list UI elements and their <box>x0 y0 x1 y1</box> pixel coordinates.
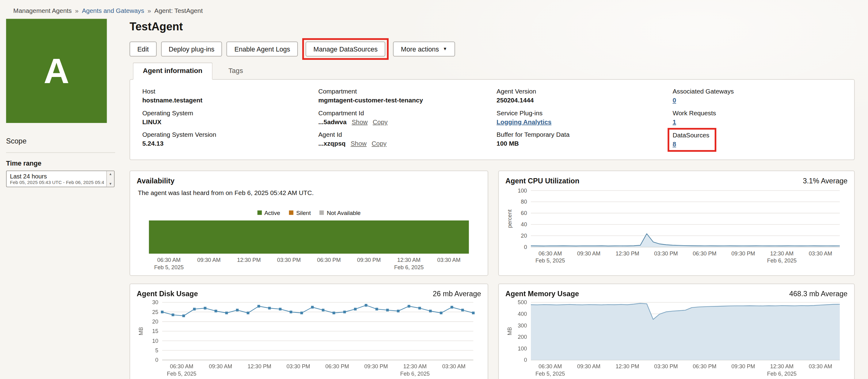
breadcrumb-item-management-agents[interactable]: Management Agents <box>13 7 72 14</box>
layout: A Scope Time range Last 24 hours Feb 05,… <box>0 14 868 379</box>
svg-text:03:30 AM: 03:30 AM <box>809 251 832 257</box>
highlight-box-datasources: DataSources 8 <box>668 128 717 152</box>
show-link[interactable]: Show <box>351 140 367 147</box>
svg-text:Feb 6, 2025: Feb 6, 2025 <box>767 258 797 264</box>
svg-text:09:30 PM: 09:30 PM <box>731 363 755 370</box>
show-link[interactable]: Show <box>352 119 368 125</box>
field-label: Operating System <box>142 110 318 117</box>
enable-agent-logs-button[interactable]: Enable Agent Logs <box>226 41 298 56</box>
time-range-spinner: ▲ ▼ <box>106 171 114 187</box>
svg-text:30: 30 <box>152 299 158 305</box>
svg-text:09:30 PM: 09:30 PM <box>364 363 388 370</box>
disk-chart: 05101520253006:30 AM09:30 AM12:30 PM03:3… <box>137 299 481 379</box>
svg-text:06:30 PM: 06:30 PM <box>326 363 349 370</box>
chevron-down-icon: ▼ <box>443 47 447 52</box>
svg-text:10: 10 <box>152 338 158 344</box>
field-label: Compartment <box>318 88 497 95</box>
field-label: Host <box>142 88 318 95</box>
legend-not-available-swatch <box>320 210 324 215</box>
svg-text:Feb 5, 2025: Feb 5, 2025 <box>535 258 565 264</box>
svg-text:06:30 PM: 06:30 PM <box>693 363 716 370</box>
disk-card: Agent Disk Usage 26 mb Average 051015202… <box>130 284 488 379</box>
copy-link[interactable]: Copy <box>372 140 387 147</box>
associated-gateways-link[interactable]: 0 <box>673 97 676 104</box>
svg-text:Feb 6, 2025: Feb 6, 2025 <box>394 264 424 270</box>
svg-text:03:30 AM: 03:30 AM <box>437 257 460 263</box>
spinner-down-icon[interactable]: ▼ <box>109 182 112 185</box>
svg-text:09:30 AM: 09:30 AM <box>577 363 600 370</box>
field-host: Host hostname.testagent <box>142 88 318 104</box>
field-label: DataSources <box>673 132 709 139</box>
scope-label: Scope <box>6 137 115 145</box>
field-value: mgmtagent-customer-test-tenancy <box>318 97 497 104</box>
svg-text:200: 200 <box>518 334 527 340</box>
highlight-box-manage-datasources: Manage DataSources <box>302 38 389 60</box>
page-title: TestAgent <box>130 21 855 33</box>
svg-text:12:30 PM: 12:30 PM <box>237 257 260 263</box>
breadcrumb-item-agents-and-gateways[interactable]: Agents and Gateways <box>82 7 144 14</box>
cpu-chart: 02040608010006:30 AM09:30 AM12:30 PM03:3… <box>505 186 847 268</box>
datasources-link[interactable]: 8 <box>673 141 676 147</box>
svg-text:15: 15 <box>152 328 158 334</box>
field-value: 5.24.13 <box>142 140 318 147</box>
time-range-select[interactable]: Last 24 hours Feb 05, 2025 05:43 UTC - F… <box>6 171 115 187</box>
svg-text:100: 100 <box>518 188 527 194</box>
tab-agent-information[interactable]: Agent information <box>133 63 212 80</box>
svg-text:12:30 AM: 12:30 AM <box>397 257 421 263</box>
manage-datasources-button[interactable]: Manage DataSources <box>306 41 385 56</box>
breadcrumb: Management Agents » Agents and Gateways … <box>0 0 868 14</box>
copy-link[interactable]: Copy <box>373 119 388 125</box>
svg-text:03:30 PM: 03:30 PM <box>654 363 678 370</box>
memory-chart: 010020030040050006:30 AM09:30 AM12:30 PM… <box>505 299 847 379</box>
work-requests-link[interactable]: 1 <box>673 119 676 125</box>
tab-tags[interactable]: Tags <box>219 63 253 79</box>
svg-text:25: 25 <box>152 309 158 315</box>
legend-silent-swatch <box>289 210 293 215</box>
sidebar-divider <box>6 152 115 153</box>
action-buttons: Edit Deploy plug-ins Enable Agent Logs M… <box>130 41 855 56</box>
field-operating-system-version: Operating System Version 5.24.13 <box>142 131 318 152</box>
field-label: Work Requests <box>673 110 842 117</box>
more-actions-label: More actions <box>401 45 439 53</box>
edit-button[interactable]: Edit <box>130 41 157 56</box>
field-value: 250204.1444 <box>497 97 673 104</box>
legend-item-active: Active <box>257 209 280 216</box>
svg-text:0: 0 <box>155 357 158 363</box>
field-value: hostname.testagent <box>142 97 318 104</box>
svg-text:12:30 AM: 12:30 AM <box>770 363 794 370</box>
svg-text:Feb 5, 2025: Feb 5, 2025 <box>167 371 196 377</box>
field-associated-gateways: Associated Gateways 0 <box>673 88 842 104</box>
svg-text:09:30 AM: 09:30 AM <box>577 251 600 257</box>
availability-card: Availability The agent was last heard fr… <box>130 171 488 276</box>
deploy-plugins-button[interactable]: Deploy plug-ins <box>161 41 222 56</box>
breadcrumb-separator-icon: » <box>75 7 79 14</box>
field-label: Compartment Id <box>318 110 497 117</box>
field-agent-id: Agent Id ...xzqpsq Show Copy <box>318 131 497 152</box>
svg-text:12:30 AM: 12:30 AM <box>770 251 794 257</box>
svg-text:MB: MB <box>507 327 513 336</box>
cpu-card: Agent CPU Utilization 3.1% Average 02040… <box>498 171 855 276</box>
cpu-average: 3.1% Average <box>803 177 847 185</box>
svg-text:03:30 PM: 03:30 PM <box>277 257 301 263</box>
svg-text:100: 100 <box>518 346 527 352</box>
svg-text:06:30 PM: 06:30 PM <box>693 251 716 257</box>
svg-text:09:30 PM: 09:30 PM <box>731 251 755 257</box>
cpu-title: Agent CPU Utilization <box>505 177 579 185</box>
more-actions-button[interactable]: More actions ▼ <box>393 41 455 56</box>
field-value: 100 MB <box>497 140 673 147</box>
field-buffer-temporary-data: Buffer for Temporary Data 100 MB <box>497 131 673 152</box>
svg-text:40: 40 <box>521 222 527 228</box>
svg-text:60: 60 <box>521 210 527 216</box>
svg-text:06:30 AM: 06:30 AM <box>170 363 193 370</box>
svg-text:500: 500 <box>518 299 527 305</box>
field-label: Buffer for Temporary Data <box>497 131 673 138</box>
logging-analytics-link[interactable]: Logging Analytics <box>497 119 551 125</box>
availability-message: The agent was last heard from on Feb 6, … <box>138 190 481 196</box>
svg-text:06:30 AM: 06:30 AM <box>538 251 562 257</box>
svg-text:20: 20 <box>152 319 158 325</box>
field-datasources: DataSources 8 <box>673 131 842 152</box>
field-operating-system: Operating System LINUX <box>142 110 318 125</box>
availability-chart: 06:30 AM09:30 AM12:30 PM03:30 PM06:30 PM… <box>137 221 481 273</box>
svg-text:0: 0 <box>524 357 527 363</box>
spinner-up-icon[interactable]: ▲ <box>109 172 112 176</box>
